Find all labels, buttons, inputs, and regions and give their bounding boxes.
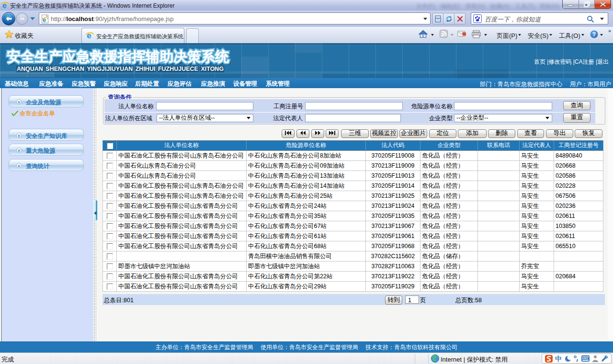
svg-text:?: ? — [592, 31, 596, 38]
svg-text:中: 中 — [555, 355, 562, 362]
